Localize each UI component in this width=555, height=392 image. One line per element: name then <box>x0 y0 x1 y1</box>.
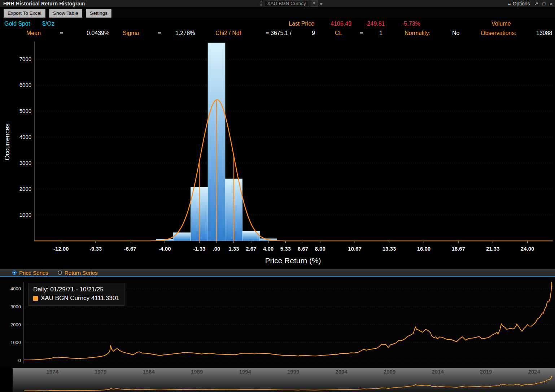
close-icon[interactable]: × <box>550 1 552 6</box>
nav-year-label: 1999 <box>287 369 299 375</box>
y-tick-label: 2000 <box>19 186 31 192</box>
range-selector-chart[interactable]: 1974197919841989199419992004200920142019… <box>0 368 555 392</box>
drag-grip-icon[interactable]: ⣿ <box>259 0 263 7</box>
x-tick-label: .00 <box>213 246 220 252</box>
normality-value: No <box>452 30 459 36</box>
options-label: Options <box>512 1 530 6</box>
settings-button[interactable]: Settings <box>86 9 112 18</box>
legend-series-label: XAU BGN Curncy 4111.3301 <box>41 294 119 303</box>
window-title: HRH Historical Return Histogram <box>3 1 85 6</box>
x-tick-label: -1.33 <box>193 246 205 252</box>
histogram-bar <box>242 231 260 241</box>
sigma-value: 1.278% <box>175 30 195 36</box>
show-table-button[interactable]: Show Table <box>49 9 82 18</box>
nav-year-label: 1989 <box>191 369 203 375</box>
price-series-label: Price Series <box>19 270 48 276</box>
price-series-panel: Daily: 01/29/71 - 10/21/25 XAU BGN Curnc… <box>0 277 555 368</box>
y-tick-label: 3000 <box>19 160 31 166</box>
popout-icon[interactable]: ↗ <box>534 1 538 6</box>
link-icon[interactable]: ⚭ <box>319 1 323 6</box>
x-tick-label: -12.00 <box>53 246 69 252</box>
security-field-group: ⣿ XAU BGN Curncy ▼ ⚭ <box>259 0 323 7</box>
export-to-excel-button[interactable]: Export To Excel <box>4 9 45 18</box>
chi2-value: = 3675.1 / <box>266 30 292 36</box>
histogram-panel: 1000200030004000500060007000-12.00-9.33-… <box>0 40 555 269</box>
price-series-radio[interactable]: Price Series <box>12 270 48 276</box>
nav-year-label: 2004 <box>335 369 348 375</box>
chi2-label: Chi2 / Ndf <box>215 30 241 36</box>
nav-year-label: 1979 <box>95 369 106 375</box>
radio-unselected-icon <box>58 270 62 275</box>
mean-eq: = <box>60 30 63 36</box>
histogram-bar <box>173 233 191 241</box>
options-menu-button[interactable]: ≡Options <box>508 1 530 6</box>
x-axis-title: Price Return (%) <box>265 256 321 265</box>
nav-year-label: 2024 <box>528 369 540 375</box>
x-tick-label: 10.67 <box>348 246 362 252</box>
legend-series-row: XAU BGN Curncy 4111.3301 <box>33 294 119 303</box>
y-tick-label: 6000 <box>19 82 31 88</box>
cl-eq: = <box>360 30 363 36</box>
x-tick-label: 5.33 <box>280 246 291 252</box>
x-tick-label: 16.00 <box>417 246 431 252</box>
histogram-chart[interactable]: 1000200030004000500060007000-12.00-9.33-… <box>0 40 555 269</box>
return-series-radio[interactable]: Return Series <box>58 270 98 276</box>
y-axis-title: Occurrences <box>4 123 11 160</box>
nav-year-label: 1974 <box>46 369 58 375</box>
price-legend: Daily: 01/29/71 - 10/21/25 XAU BGN Curnc… <box>28 283 124 306</box>
x-tick-label: 8.00 <box>315 246 325 252</box>
x-tick-label: -6.67 <box>124 246 136 252</box>
x-tick-label: 24.00 <box>521 246 534 252</box>
nav-year-label: 2014 <box>432 369 444 375</box>
titlebar-controls: ≡Options ↗ □ × <box>508 0 552 7</box>
x-tick-label: 21.33 <box>486 246 500 252</box>
maximize-icon[interactable]: □ <box>543 1 546 6</box>
security-name: Gold Spot <box>4 21 30 27</box>
observations-value: 13088 <box>536 30 552 36</box>
x-tick-label: -9.33 <box>89 246 102 252</box>
range-selector-panel[interactable]: 1974197919841989199419992004200920142019… <box>0 368 555 392</box>
y-tick-label: 4000 <box>10 286 21 291</box>
last-price-label: Last Price <box>289 21 314 27</box>
x-tick-label: -4.00 <box>158 246 171 252</box>
x-tick-label: 1.33 <box>228 246 239 252</box>
cl-value: 1 <box>379 30 383 36</box>
nav-price-line <box>24 376 552 391</box>
series-toggle-row: Price Series Return Series <box>0 269 555 277</box>
nav-year-label: 2019 <box>480 369 492 375</box>
security-unit: $/Oz <box>42 21 54 27</box>
series-color-swatch <box>33 296 38 301</box>
security-dropdown-caret-icon[interactable]: ▼ <box>311 0 318 7</box>
nav-year-label: 1984 <box>143 369 155 375</box>
x-tick-label: 6.67 <box>298 246 308 252</box>
nav-year-label: 2009 <box>384 369 396 375</box>
price-change-pct: -5.73% <box>402 21 420 27</box>
y-tick-label: 4000 <box>19 134 31 140</box>
x-tick-label: 4.00 <box>263 246 274 252</box>
hamburger-icon: ≡ <box>508 1 511 6</box>
x-tick-label: 13.33 <box>383 246 396 252</box>
stats-header: Gold Spot $/Oz Last Price 4106.49 -249.8… <box>0 18 555 40</box>
x-tick-label: 2.67 <box>246 246 256 252</box>
y-tick-label: 5000 <box>19 108 31 114</box>
y-tick-label: 3000 <box>10 304 21 309</box>
y-tick-label: 0 <box>18 358 21 363</box>
normality-label: Normality: <box>405 30 431 36</box>
x-tick-label: 18.67 <box>451 246 465 252</box>
legend-date-range: Daily: 01/29/71 - 10/21/25 <box>33 285 119 294</box>
y-tick-label: 1000 <box>19 212 31 218</box>
last-price-value: 4106.49 <box>331 21 351 27</box>
ndf-value: 9 <box>312 30 315 36</box>
radio-selected-icon <box>12 270 17 275</box>
observations-label: Observations: <box>481 30 516 36</box>
gaussian-fit-curve <box>35 100 553 241</box>
nav-year-label: 1994 <box>239 369 251 375</box>
sigma-label: Sigma <box>123 30 139 36</box>
y-tick-label: 2000 <box>10 322 21 327</box>
security-input[interactable]: XAU BGN Curncy <box>265 0 309 7</box>
mean-value: 0.0439% <box>87 30 109 36</box>
y-tick-label: 1000 <box>10 340 21 345</box>
volume-label: Volume <box>491 21 511 27</box>
mean-label: Mean <box>26 30 41 36</box>
price-change-value: -249.81 <box>365 21 385 27</box>
